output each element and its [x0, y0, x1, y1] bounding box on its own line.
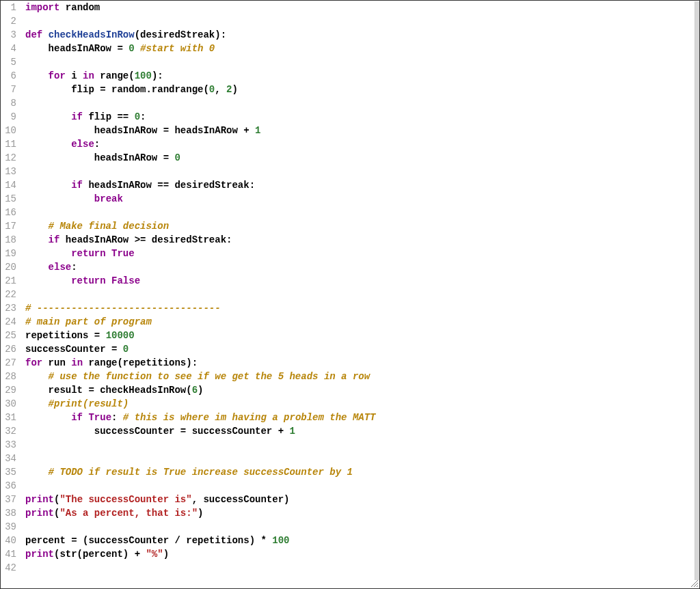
code-token: run: [42, 357, 71, 368]
code-token: for: [49, 70, 66, 81]
code-token: successCounter = successCounter +: [25, 426, 289, 437]
code-token: 1: [289, 426, 295, 437]
code-line[interactable]: # --------------------------------: [25, 301, 699, 315]
code-token: ): [198, 385, 203, 396]
line-number: 13: [1, 165, 16, 178]
code-line[interactable]: for run in range(repetitions):: [25, 356, 699, 370]
code-line[interactable]: successCounter = 0: [25, 342, 699, 356]
code-token: i: [66, 70, 83, 81]
line-number: 6: [1, 69, 16, 83]
code-token: (desiredStreak):: [135, 29, 226, 40]
code-token: 100: [135, 70, 152, 81]
code-line[interactable]: [25, 479, 699, 493]
code-token: #start with 0: [140, 43, 215, 54]
code-line[interactable]: repetitions = 10000: [25, 329, 699, 342]
code-token: headsInARow == desiredStreak:: [83, 180, 255, 191]
code-token: 6: [192, 385, 198, 396]
code-token: , successCounter): [192, 494, 290, 505]
code-line[interactable]: break: [25, 192, 699, 206]
code-line[interactable]: print("As a percent, that is:"): [25, 506, 699, 520]
code-line[interactable]: [25, 206, 699, 219]
code-line[interactable]: if headsInARow == desiredStreak:: [25, 178, 699, 192]
code-line[interactable]: # Make final decision: [25, 219, 699, 233]
code-token: ,: [215, 84, 226, 95]
code-line[interactable]: print(str(percent) + "%"): [25, 547, 699, 561]
code-line[interactable]: # main part of program: [25, 315, 699, 329]
code-token: in: [83, 70, 94, 81]
code-line[interactable]: for i in range(100):: [25, 69, 699, 83]
line-number: 36: [1, 479, 16, 493]
code-line[interactable]: if True: # this is where im having a pro…: [25, 411, 699, 424]
code-line[interactable]: [25, 452, 699, 465]
code-line[interactable]: if flip == 0:: [25, 110, 699, 124]
code-token: break: [94, 193, 123, 204]
code-token: [25, 70, 49, 81]
code-token: "%": [146, 549, 163, 560]
code-line[interactable]: return False: [25, 274, 699, 288]
code-line[interactable]: [25, 55, 699, 69]
code-token: :: [71, 262, 77, 273]
code-line[interactable]: else:: [25, 260, 699, 274]
line-number: 12: [1, 151, 16, 165]
code-line[interactable]: import random: [25, 1, 699, 14]
code-line[interactable]: # use the function to see if we get the …: [25, 370, 699, 383]
code-token: if: [49, 234, 60, 245]
code-token: [42, 29, 48, 40]
line-number: 3: [1, 28, 16, 42]
code-line[interactable]: percent = (successCounter / repetitions)…: [25, 534, 699, 547]
code-token: [25, 248, 71, 259]
code-token: [25, 262, 49, 273]
code-line[interactable]: #print(result): [25, 397, 699, 411]
code-line[interactable]: [25, 561, 699, 575]
code-token: "The successCounter is": [59, 494, 191, 505]
vertical-scrollbar[interactable]: [695, 1, 699, 580]
code-token: True: [88, 412, 111, 423]
code-token: random: [59, 2, 100, 13]
code-token: else: [49, 262, 72, 273]
line-number: 26: [1, 342, 16, 356]
code-token: # main part of program: [25, 316, 152, 327]
code-line[interactable]: headsInARow = 0: [25, 151, 699, 165]
code-token: (str(percent) +: [54, 549, 146, 560]
code-token: for: [25, 357, 42, 368]
code-line[interactable]: [25, 96, 699, 110]
code-line[interactable]: if headsInARow >= desiredStreak:: [25, 233, 699, 247]
code-line[interactable]: def checkHeadsInRow(desiredStreak):: [25, 28, 699, 42]
code-line[interactable]: headsInARow = 0 #start with 0: [25, 42, 699, 55]
code-editor[interactable]: import randomdef checkHeadsInRow(desired…: [21, 1, 699, 588]
line-number: 17: [1, 219, 16, 233]
code-line[interactable]: successCounter = successCounter + 1: [25, 424, 699, 438]
line-number: 24: [1, 315, 16, 329]
line-number: 5: [1, 55, 16, 69]
code-line[interactable]: [25, 14, 699, 28]
code-token: [25, 180, 71, 191]
line-number: 20: [1, 260, 16, 274]
code-line[interactable]: return True: [25, 247, 699, 260]
code-token: [25, 234, 49, 245]
code-line[interactable]: headsInARow = headsInARow + 1: [25, 124, 699, 137]
line-number: 10: [1, 124, 16, 137]
code-line[interactable]: # TODO if result is True increase succes…: [25, 465, 699, 479]
line-number: 4: [1, 42, 16, 55]
code-token: [106, 248, 111, 259]
line-number: 7: [1, 83, 16, 96]
code-line[interactable]: [25, 438, 699, 452]
code-token: if: [71, 412, 83, 423]
code-line[interactable]: result = checkHeadsInRow(6): [25, 383, 699, 397]
line-number: 15: [1, 192, 16, 206]
code-token: [25, 371, 49, 382]
code-line[interactable]: [25, 288, 699, 301]
line-number: 11: [1, 137, 16, 151]
code-token: range(: [94, 70, 135, 81]
code-line[interactable]: [25, 165, 699, 178]
code-line[interactable]: print("The successCounter is", successCo…: [25, 493, 699, 506]
resize-handle-icon[interactable]: [691, 580, 698, 587]
line-number: 28: [1, 370, 16, 383]
code-line[interactable]: flip = random.randrange(0, 2): [25, 83, 699, 96]
code-line[interactable]: else:: [25, 137, 699, 151]
code-line[interactable]: [25, 520, 699, 534]
code-token: # Make final decision: [49, 221, 169, 232]
code-token: 0: [135, 111, 140, 122]
line-number: 42: [1, 561, 16, 575]
code-token: if: [71, 180, 83, 191]
